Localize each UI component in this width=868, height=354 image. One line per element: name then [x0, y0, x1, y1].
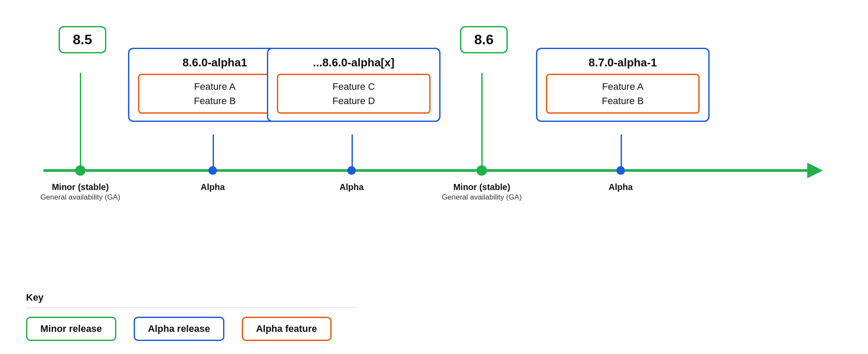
vert-line-85	[80, 73, 81, 168]
label-main-85: Minor (stable)	[40, 182, 120, 192]
key-items: Minor release Alpha release Alpha featur…	[26, 317, 460, 341]
key-divider	[26, 308, 356, 308]
key-alpha-release: Alpha release	[134, 317, 224, 341]
version-label-86: 8.6	[468, 32, 500, 48]
key-minor-release: Minor release	[26, 317, 116, 341]
vert-line-86	[481, 73, 483, 168]
label-main-alpha1: Alpha	[201, 182, 225, 192]
label-alpha1: Alpha	[201, 182, 225, 192]
timeline-arrow	[807, 163, 823, 178]
alpha87-features: Feature A Feature B	[546, 74, 700, 114]
vert-line-alpha1	[213, 134, 214, 170]
label-main-alphax: Alpha	[339, 182, 364, 192]
alpha87-title: 8.7.0-alpha-1	[546, 56, 700, 69]
label-alpha87: Alpha	[608, 182, 633, 192]
key-title: Key	[26, 292, 460, 303]
key-section: Key Minor release Alpha release Alpha fe…	[26, 292, 460, 341]
version-box-86: 8.6	[460, 26, 508, 53]
vert-line-alphax	[352, 134, 353, 170]
label-sub-85: General availability (GA)	[40, 193, 120, 202]
diagram-container: 8.5 Minor (stable) General availability …	[0, 0, 868, 354]
key-alpha-feature: Alpha feature	[242, 317, 332, 341]
timeline-line	[43, 169, 816, 172]
version-label-85: 8.5	[67, 32, 98, 48]
label-alphax: Alpha	[339, 182, 364, 192]
label-85: Minor (stable) General availability (GA)	[40, 182, 120, 202]
release-box-alphax: ...8.6.0-alpha[x] Feature C Feature D	[267, 48, 441, 122]
alphax-features: Feature C Feature D	[277, 74, 431, 114]
label-main-86: Minor (stable)	[442, 182, 522, 192]
label-86: Minor (stable) General availability (GA)	[442, 182, 522, 202]
release-box-alpha87: 8.7.0-alpha-1 Feature A Feature B	[536, 48, 710, 122]
alphax-title: ...8.6.0-alpha[x]	[277, 56, 431, 69]
vert-line-alpha87	[621, 134, 622, 170]
label-sub-86: General availability (GA)	[442, 193, 522, 202]
version-box-85: 8.5	[59, 26, 106, 53]
label-main-alpha87: Alpha	[608, 182, 633, 192]
